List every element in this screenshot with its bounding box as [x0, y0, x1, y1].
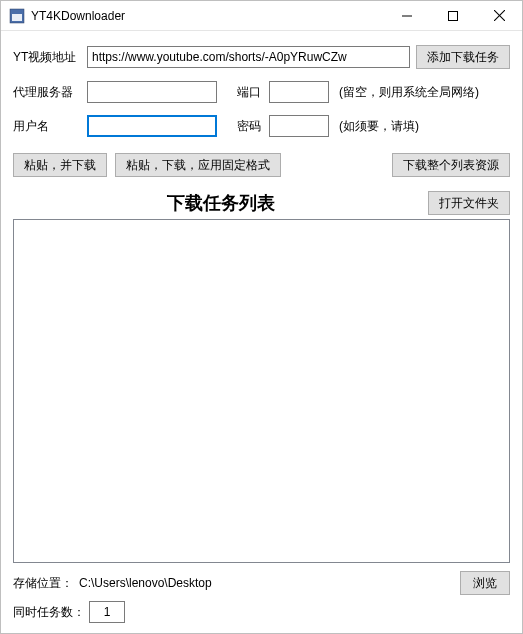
concurrent-label: 同时任务数：	[13, 604, 85, 621]
maximize-button[interactable]	[430, 1, 476, 31]
username-label: 用户名	[13, 118, 83, 135]
paste-download-fixed-button[interactable]: 粘贴，下载，应用固定格式	[115, 153, 281, 177]
window-title: YT4KDownloader	[31, 9, 125, 23]
svg-rect-2	[12, 11, 22, 14]
proxy-input[interactable]	[87, 81, 217, 103]
auth-hint: (如须要，请填)	[339, 118, 419, 135]
svg-rect-4	[449, 11, 458, 20]
username-input[interactable]	[87, 115, 217, 137]
save-path-value: C:\Users\lenovo\Desktop	[79, 576, 212, 590]
content-area: YT视频地址 添加下载任务 代理服务器 端口 (留空，则用系统全局网络) 用户名…	[1, 31, 522, 633]
titlebar: YT4KDownloader	[1, 1, 522, 31]
url-input[interactable]	[87, 46, 410, 68]
task-list[interactable]	[13, 219, 510, 563]
open-folder-button[interactable]: 打开文件夹	[428, 191, 510, 215]
proxy-label: 代理服务器	[13, 84, 83, 101]
concurrent-input[interactable]	[89, 601, 125, 623]
browse-button[interactable]: 浏览	[460, 571, 510, 595]
password-label: 密码	[237, 118, 265, 135]
port-label: 端口	[237, 84, 265, 101]
proxy-hint: (留空，则用系统全局网络)	[339, 84, 479, 101]
close-button[interactable]	[476, 1, 522, 31]
download-playlist-button[interactable]: 下载整个列表资源	[392, 153, 510, 177]
app-icon	[9, 8, 25, 24]
password-input[interactable]	[269, 115, 329, 137]
save-path-label: 存储位置：	[13, 575, 73, 592]
url-label: YT视频地址	[13, 49, 83, 66]
port-input[interactable]	[269, 81, 329, 103]
add-task-button[interactable]: 添加下载任务	[416, 45, 510, 69]
paste-download-button[interactable]: 粘贴，并下载	[13, 153, 107, 177]
minimize-button[interactable]	[384, 1, 430, 31]
task-list-title: 下载任务列表	[13, 191, 428, 215]
